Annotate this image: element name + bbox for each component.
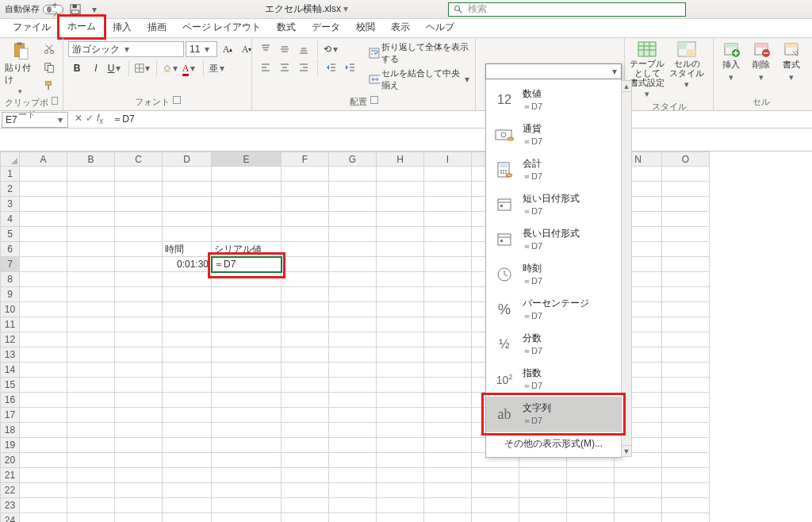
row-header[interactable]: 19	[1, 438, 20, 453]
cell[interactable]	[115, 167, 163, 182]
cell[interactable]	[20, 242, 67, 257]
cell[interactable]	[67, 227, 115, 242]
cell[interactable]	[282, 347, 329, 363]
cell[interactable]	[662, 197, 710, 212]
cell[interactable]	[567, 513, 615, 523]
cell[interactable]	[329, 393, 377, 408]
cell[interactable]	[377, 438, 424, 453]
autosave-toggle[interactable]: 自動保存 オフ	[5, 3, 63, 15]
cell[interactable]	[329, 287, 377, 302]
cell[interactable]	[163, 167, 212, 182]
cell[interactable]	[67, 332, 115, 347]
cell[interactable]	[424, 242, 472, 257]
cell[interactable]	[424, 453, 472, 468]
cell[interactable]	[662, 438, 710, 453]
cell[interactable]	[212, 197, 282, 212]
save-icon[interactable]	[68, 2, 82, 17]
cell[interactable]	[115, 453, 163, 468]
cell[interactable]	[377, 468, 424, 483]
align-left-icon[interactable]	[257, 59, 274, 75]
cell[interactable]	[20, 393, 67, 408]
cell[interactable]	[329, 272, 377, 287]
tab-view[interactable]: 表示	[383, 17, 418, 37]
cell[interactable]	[424, 227, 472, 242]
cell[interactable]	[424, 423, 472, 438]
cell[interactable]	[662, 317, 710, 332]
tab-data[interactable]: データ	[304, 17, 348, 37]
cell[interactable]	[212, 212, 282, 227]
cell[interactable]	[115, 513, 163, 523]
cell[interactable]	[282, 227, 329, 242]
number-format-item[interactable]: ab 文字列 ＝D7	[486, 397, 621, 432]
cell[interactable]	[615, 483, 662, 498]
cell[interactable]	[115, 227, 163, 242]
cell[interactable]	[662, 513, 710, 523]
row-header[interactable]: 6	[1, 242, 20, 257]
cell[interactable]	[115, 212, 163, 227]
cell[interactable]	[282, 182, 329, 197]
cell[interactable]	[377, 332, 424, 347]
cell[interactable]	[377, 498, 424, 513]
cell[interactable]	[163, 302, 212, 317]
cell[interactable]	[662, 302, 710, 317]
row-header[interactable]: 7	[1, 257, 20, 272]
cell[interactable]	[282, 363, 329, 378]
cell[interactable]	[115, 363, 163, 378]
cell[interactable]	[67, 468, 115, 483]
column-header[interactable]: H	[377, 152, 424, 167]
border-button[interactable]: ▾	[134, 60, 151, 76]
cell[interactable]	[282, 167, 329, 182]
clipboard-dialog-launcher[interactable]	[52, 97, 58, 105]
cell[interactable]	[329, 317, 377, 332]
cell[interactable]	[567, 468, 615, 483]
cell[interactable]	[377, 378, 424, 393]
cell[interactable]	[282, 272, 329, 287]
cell[interactable]	[163, 453, 212, 468]
format-painter-icon[interactable]	[40, 78, 58, 94]
enter-formula-icon[interactable]: ✓	[86, 113, 94, 125]
cell[interactable]	[282, 242, 329, 257]
cell[interactable]	[282, 513, 329, 523]
cell[interactable]	[567, 498, 615, 513]
cell[interactable]	[115, 498, 163, 513]
tab-help[interactable]: ヘルプ	[418, 17, 462, 37]
cell[interactable]	[282, 287, 329, 302]
cell[interactable]	[472, 513, 519, 523]
cell[interactable]	[424, 408, 472, 423]
cell[interactable]	[329, 197, 377, 212]
cell[interactable]	[519, 513, 567, 523]
column-header[interactable]: D	[163, 152, 212, 167]
cell[interactable]	[67, 317, 115, 332]
cell[interactable]	[212, 363, 282, 378]
cell[interactable]	[115, 332, 163, 347]
cell[interactable]	[163, 408, 212, 423]
cell[interactable]	[424, 332, 472, 347]
more-number-formats[interactable]: その他の表示形式(M)...	[486, 432, 621, 457]
cancel-formula-icon[interactable]: ✕	[75, 113, 82, 125]
cell[interactable]	[424, 317, 472, 332]
cell[interactable]	[212, 468, 282, 483]
cell[interactable]	[20, 438, 67, 453]
cell[interactable]	[163, 197, 212, 212]
cell[interactable]	[67, 167, 115, 182]
cell[interactable]	[212, 347, 282, 363]
search-box[interactable]: 検索	[448, 2, 686, 17]
tab-page-layout[interactable]: ページ レイアウト	[174, 17, 269, 37]
row-header[interactable]: 15	[1, 378, 20, 393]
cell[interactable]	[282, 197, 329, 212]
cell[interactable]	[115, 182, 163, 197]
column-header[interactable]: E	[212, 152, 282, 167]
cell[interactable]	[282, 257, 329, 272]
cell[interactable]	[20, 498, 67, 513]
cell[interactable]	[519, 468, 567, 483]
cell[interactable]	[20, 302, 67, 317]
cell[interactable]	[329, 242, 377, 257]
cell[interactable]	[662, 498, 710, 513]
cell[interactable]	[282, 483, 329, 498]
cell[interactable]	[424, 363, 472, 378]
column-header[interactable]: G	[329, 152, 377, 167]
align-center-icon[interactable]	[276, 59, 293, 75]
cell[interactable]	[377, 347, 424, 363]
tab-draw[interactable]: 描画	[140, 17, 174, 37]
cell[interactable]	[519, 483, 567, 498]
